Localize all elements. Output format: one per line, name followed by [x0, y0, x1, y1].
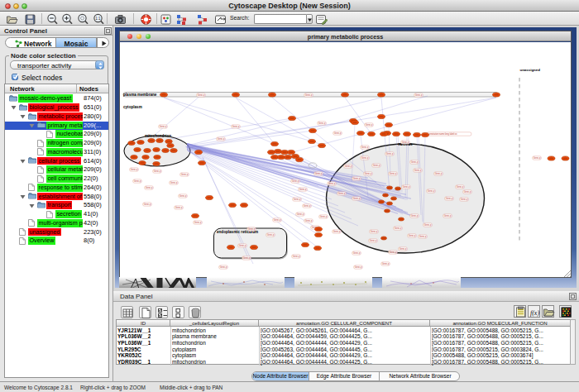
svg-text:Gene-p: Gene-p [248, 227, 256, 231]
svg-text:Gene-p: Gene-p [274, 218, 281, 222]
svg-text:Gene-p: Gene-p [338, 192, 346, 195]
svg-text:Gene-p: Gene-p [345, 165, 352, 168]
svg-text:Gene-p: Gene-p [334, 131, 342, 135]
svg-text:Gene-p: Gene-p [415, 93, 423, 97]
svg-text:Gene-p: Gene-p [386, 152, 394, 155]
svg-text:Gene-p: Gene-p [154, 170, 161, 173]
svg-text:Gene-p: Gene-p [361, 156, 369, 160]
svg-text:Gene-p: Gene-p [267, 233, 275, 237]
svg-text:Gene-p: Gene-p [411, 160, 419, 164]
svg-text:Gene-p: Gene-p [304, 204, 311, 208]
svg-text:Gene-p: Gene-p [305, 93, 313, 97]
svg-text:Gene-p: Gene-p [328, 182, 336, 185]
svg-text:Gene-p: Gene-p [333, 230, 341, 233]
svg-text:Gene-p: Gene-p [353, 197, 361, 200]
svg-text:unassigned: unassigned [520, 68, 541, 72]
svg-text:Gene-p: Gene-p [194, 221, 202, 224]
svg-text:Gene-p: Gene-p [170, 181, 178, 184]
svg-text:Gene-p: Gene-p [464, 190, 471, 194]
svg-text:Gene-p: Gene-p [390, 251, 397, 254]
svg-text:Gene-p: Gene-p [402, 141, 409, 144]
svg-text:Gene-p: Gene-p [175, 206, 183, 209]
svg-text:Gene-p: Gene-p [409, 234, 416, 237]
svg-text:Gene-p: Gene-p [220, 265, 227, 269]
svg-text:Gene-p: Gene-p [382, 262, 390, 265]
svg-text:Gene-p: Gene-p [435, 172, 443, 175]
svg-text:Gene-p: Gene-p [419, 235, 427, 238]
svg-text:Gene-p: Gene-p [366, 123, 373, 127]
svg-text:Gene-p: Gene-p [160, 125, 167, 128]
svg-text:Gene-p: Gene-p [373, 164, 380, 167]
svg-text:Gene-p: Gene-p [361, 146, 369, 149]
svg-text:Gene-p: Gene-p [414, 169, 422, 172]
svg-text:Gene-p: Gene-p [365, 172, 372, 175]
svg-text:Gene-p: Gene-p [181, 173, 189, 176]
svg-text:Gene-p: Gene-p [232, 125, 240, 128]
svg-text:Gene-p: Gene-p [305, 219, 313, 222]
svg-text:Gene-p: Gene-p [353, 251, 361, 255]
svg-text:Gene-p: Gene-p [320, 215, 328, 218]
svg-text:Gene-p: Gene-p [457, 185, 464, 189]
svg-text:Gene-p: Gene-p [239, 244, 246, 247]
svg-text:1:1: 1:1 [95, 16, 101, 20]
svg-text:Gene-p: Gene-p [446, 197, 453, 200]
svg-text:Gene-p: Gene-p [294, 198, 301, 201]
svg-text:Gene-p: Gene-p [395, 227, 402, 230]
svg-text:Gene-p: Gene-p [131, 168, 138, 171]
svg-text:Gene-p: Gene-p [134, 179, 141, 183]
svg-text:Gene-p: Gene-p [353, 177, 361, 180]
svg-text:Gene-p: Gene-p [292, 179, 299, 183]
svg-text:Gene-p: Gene-p [403, 185, 410, 189]
svg-text:plasma membrane: plasma membrane [123, 93, 157, 97]
svg-text:Gene-p: Gene-p [299, 188, 307, 191]
svg-text:Gene-p: Gene-p [371, 230, 378, 233]
svg-text:Gene-p: Gene-p [411, 214, 419, 218]
svg-text:Gene-p: Gene-p [315, 172, 323, 175]
svg-text:Gene-p: Gene-p [293, 255, 300, 258]
svg-text:Gene-p: Gene-p [146, 186, 153, 189]
svg-text:Gene-p: Gene-p [534, 156, 541, 160]
svg-text:Gene-p: Gene-p [297, 213, 304, 216]
svg-text:cytoplasm: cytoplasm [123, 105, 142, 109]
svg-text:Gene-p: Gene-p [444, 214, 452, 218]
svg-text:mitochondrion: mitochondrion [145, 134, 171, 138]
svg-text:Gene-p: Gene-p [428, 189, 435, 193]
svg-text:Gene-p: Gene-p [424, 223, 432, 227]
svg-text:Gene-p: Gene-p [198, 93, 205, 97]
svg-text:Gene-p: Gene-p [461, 198, 468, 201]
svg-text:Gene-p: Gene-p [370, 239, 377, 242]
svg-text:Gene-p: Gene-p [390, 172, 397, 175]
svg-text:Gene-p: Gene-p [355, 265, 362, 269]
svg-text:Gene-p: Gene-p [243, 256, 251, 260]
svg-text:Gene-p: Gene-p [400, 247, 407, 251]
svg-text:annotation name long label xx: annotation name long label xx [428, 132, 457, 136]
svg-text:Gene-p: Gene-p [218, 137, 225, 141]
svg-text:Gene-p: Gene-p [179, 194, 187, 198]
svg-text:Gene-p: Gene-p [318, 122, 326, 125]
svg-text:Gene-p: Gene-p [144, 203, 151, 206]
svg-text:f(x): f(x) [530, 309, 539, 317]
